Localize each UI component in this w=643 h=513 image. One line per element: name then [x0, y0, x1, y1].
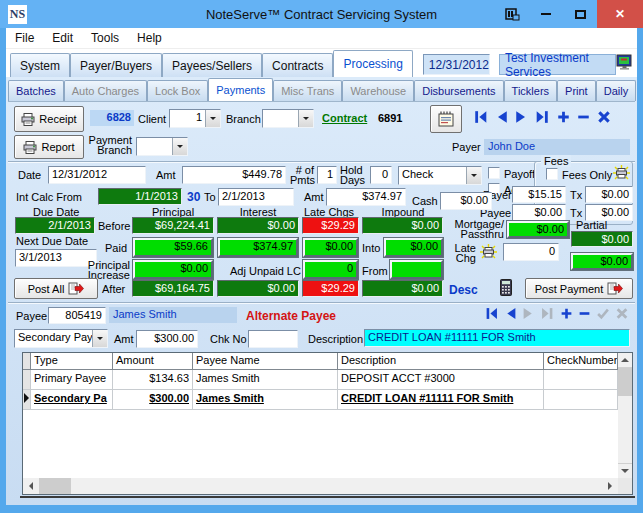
scrollbar-thumb[interactable] — [39, 478, 71, 494]
branch-combobox[interactable] — [262, 109, 314, 128]
chevron-down-icon[interactable] — [298, 110, 313, 127]
fees-print-icon[interactable] — [613, 165, 630, 183]
post-all-button[interactable]: Post All — [14, 278, 98, 299]
hold-days-field[interactable]: 0 — [370, 166, 392, 184]
payee-type-combobox[interactable]: Secondary Paye — [14, 329, 108, 348]
grid-cell[interactable]: James Smith — [193, 370, 338, 390]
scroll-right-icon[interactable] — [602, 478, 618, 494]
nav-previous-icon[interactable] — [504, 307, 517, 320]
toolbox-icon[interactable] — [495, 0, 529, 28]
monitor-icon[interactable] — [616, 54, 633, 74]
payment-amount-field[interactable]: $449.78 — [182, 166, 286, 184]
grid-col-description[interactable]: Description — [338, 353, 544, 370]
close-button[interactable]: ✕ — [597, 0, 643, 28]
late-chg-field[interactable]: 0 — [503, 243, 559, 261]
paid-late-chgs[interactable]: $0.00 — [303, 238, 358, 257]
scrollbar-thumb[interactable] — [618, 368, 632, 396]
chevron-down-icon[interactable] — [466, 167, 481, 184]
tab-ticklers[interactable]: Ticklers — [504, 80, 557, 101]
nav-previous-icon[interactable] — [494, 110, 509, 124]
fees-payee-field[interactable]: $0.00 — [512, 204, 566, 221]
row-selector-current[interactable] — [23, 390, 31, 410]
fees-payer-field[interactable]: $15.15 — [512, 186, 566, 203]
tab-payees-sellers[interactable]: Payees/Sellers — [162, 53, 262, 77]
nav-add-icon[interactable] — [556, 110, 571, 124]
tab-daily[interactable]: Daily — [596, 80, 636, 101]
rolodex-button[interactable] — [430, 105, 462, 133]
grid-cell[interactable]: James Smith — [193, 390, 338, 410]
payee-id-field[interactable]: 805419 — [48, 307, 106, 324]
description-field[interactable]: CREDIT LOAN #11111 FOR Smith — [364, 329, 630, 347]
int-amt-field[interactable]: $374.97 — [326, 188, 406, 206]
nav-last-icon[interactable] — [534, 110, 551, 124]
menu-edit[interactable]: Edit — [43, 31, 82, 45]
nav-delete-icon[interactable] — [576, 110, 591, 124]
menu-help[interactable]: Help — [128, 31, 171, 45]
scroll-down-icon[interactable] — [618, 463, 632, 478]
num-pmts-field[interactable]: 1 — [317, 166, 337, 184]
chk-no-field[interactable] — [248, 330, 298, 348]
fees-only-checkbox[interactable] — [546, 168, 558, 180]
payment-method-combobox[interactable]: Check — [398, 166, 482, 185]
nav-next-icon[interactable] — [514, 110, 529, 124]
grid-cell[interactable]: $300.00 — [113, 390, 193, 410]
grid-col-check-number[interactable]: CheckNumber — [544, 353, 618, 370]
paid-principal[interactable]: $59.66 — [133, 238, 213, 257]
scroll-left-icon[interactable] — [23, 478, 39, 494]
chevron-down-icon[interactable] — [92, 330, 107, 347]
client-combobox[interactable]: 1 — [169, 109, 221, 128]
contract-link[interactable]: Contract — [322, 112, 367, 124]
tab-disbursements[interactable]: Disbursements — [414, 80, 503, 101]
grid-cell[interactable]: CREDIT LOAN #11111 FOR Smith — [338, 390, 544, 410]
nav-add-icon[interactable] — [560, 307, 573, 320]
calculator-icon[interactable] — [500, 279, 512, 298]
post-payment-button[interactable]: Post Payment — [525, 278, 633, 299]
tab-print[interactable]: Print — [557, 80, 596, 101]
chevron-down-icon[interactable] — [205, 110, 220, 127]
into-field[interactable]: $0.00 — [384, 238, 443, 257]
tab-batches[interactable]: Batches — [8, 80, 64, 101]
company-name-field[interactable]: Test Investment Services — [499, 54, 616, 75]
fees-payer-tx-field[interactable]: $0.00 — [585, 186, 633, 203]
grid-hscrollbar[interactable] — [23, 478, 618, 494]
nav-first-icon[interactable] — [484, 307, 499, 320]
principal-increase-field[interactable]: $0.00 — [133, 260, 213, 279]
row-selector[interactable] — [23, 370, 31, 390]
maximize-button[interactable] — [563, 0, 597, 28]
nav-first-icon[interactable] — [472, 110, 489, 124]
minimize-button[interactable] — [529, 0, 563, 28]
nav-delete-icon[interactable] — [578, 307, 591, 320]
grid-cell[interactable]: Primary Payee — [31, 370, 113, 390]
chevron-down-icon[interactable] — [172, 138, 187, 155]
tab-payer-buyers[interactable]: Payer/Buyers — [70, 53, 162, 77]
cash-field[interactable]: $0.00 — [440, 192, 492, 210]
grid-cell[interactable]: Secondary Pa — [31, 390, 113, 410]
grid-cell[interactable] — [544, 370, 618, 390]
grid-col-payee-name[interactable]: Payee Name — [193, 353, 338, 370]
receipt-button[interactable]: Receipt — [14, 106, 84, 132]
nav-cancel-icon[interactable] — [596, 110, 612, 124]
system-date-field[interactable]: 12/31/2012 — [423, 54, 490, 75]
payoff-checkbox[interactable] — [488, 167, 500, 179]
tab-payments[interactable]: Payments — [208, 78, 273, 101]
payee-amt-field[interactable]: $300.00 — [136, 330, 198, 348]
desc-link[interactable]: Desc — [449, 283, 478, 297]
paid-interest[interactable]: $374.97 — [218, 238, 298, 257]
grid-cell[interactable] — [544, 390, 618, 410]
late-chg-print-icon[interactable] — [480, 244, 497, 262]
adj-unpaid-lc-field[interactable]: 0 — [303, 260, 358, 279]
grid-cell[interactable]: DEPOSIT ACCT #3000 — [338, 370, 544, 390]
payment-date-field[interactable]: 12/31/2012 — [48, 166, 146, 184]
grid-cell[interactable]: $134.63 — [113, 370, 193, 390]
int-calc-to-field[interactable]: 2/1/2013 — [218, 188, 294, 206]
tab-system[interactable]: System — [10, 53, 70, 77]
grid-col-type[interactable]: Type — [31, 353, 113, 370]
tab-processing[interactable]: Processing — [333, 50, 412, 77]
menu-file[interactable]: File — [6, 31, 43, 45]
payment-branch-combobox[interactable] — [136, 137, 188, 156]
menu-tools[interactable]: Tools — [82, 31, 128, 45]
report-button[interactable]: Report — [14, 135, 84, 159]
tab-contracts[interactable]: Contracts — [262, 53, 333, 77]
scroll-up-icon[interactable] — [618, 353, 632, 368]
grid-col-amount[interactable]: Amount — [113, 353, 193, 370]
